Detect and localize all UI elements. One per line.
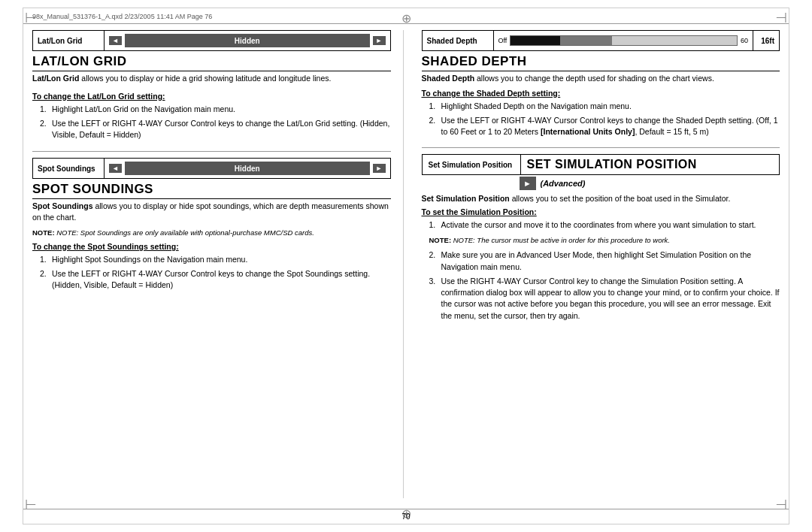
shaded-depth-value: 16ft bbox=[753, 31, 779, 50]
shaded-depth-title: SHADED DEPTH bbox=[422, 54, 780, 71]
spot-soundings-widget-control[interactable]: ◄ Hidden ► bbox=[105, 159, 390, 178]
shaded-depth-widget: Shaded Depth Off 60 16ft bbox=[422, 30, 780, 51]
file-info: 98x_Manual_531376-1_A.qxd 2/23/2005 11:4… bbox=[32, 13, 212, 20]
spot-soundings-steps: Highlight Spot Soundings on the Navigati… bbox=[32, 254, 391, 292]
page-footer: 70 bbox=[23, 509, 789, 524]
spot-soundings-section: Spot Soundings ◄ Hidden ► SPOT SOUNDINGS bbox=[32, 158, 391, 291]
sim-title-area: SET SIMULATION POSITION bbox=[520, 155, 780, 174]
sim-arrow-icon: ► bbox=[523, 179, 532, 188]
shaded-depth-change-heading: To change the Shaded Depth setting: bbox=[422, 89, 780, 98]
shaded-depth-widget-label: Shaded Depth bbox=[423, 31, 494, 50]
left-column: Lat/Lon Grid ◄ Hidden ► LAT/LON GRID bbox=[32, 30, 404, 498]
sim-position-title: SET SIMULATION POSITION bbox=[527, 158, 697, 171]
shaded-depth-steps: Highlight Shaded Depth on the Navigation… bbox=[422, 101, 780, 138]
depth-slider-bar[interactable] bbox=[510, 35, 738, 46]
corner-mark-tr: ⊢ bbox=[775, 10, 787, 26]
right-divider bbox=[422, 147, 780, 148]
shaded-depth-section: Shaded Depth Off 60 16ft SHADED DEPTH Sh… bbox=[422, 30, 780, 137]
shaded-depth-slider[interactable]: Off 60 bbox=[494, 31, 753, 50]
slider-off-label: Off bbox=[498, 37, 508, 44]
spot-soundings-title: SPOT SOUNDINGS bbox=[32, 182, 391, 199]
sim-position-label: Set Simulation Position bbox=[423, 155, 520, 174]
sim-advanced-label: (Advanced) bbox=[541, 179, 586, 188]
spot-soundings-widget: Spot Soundings ◄ Hidden ► bbox=[32, 158, 391, 179]
sim-steps: Activate the cursor and move it to the c… bbox=[422, 219, 780, 231]
right-column: Shaded Depth Off 60 16ft SHADED DEPTH Sh… bbox=[419, 30, 780, 498]
lat-lon-title: LAT/LON GRID bbox=[32, 54, 391, 71]
sim-widget-row: Set Simulation Position SET SIMULATION P… bbox=[422, 154, 780, 175]
top-crosshair: ⊕ bbox=[401, 11, 411, 26]
sim-advanced-row: ► (Advanced) bbox=[422, 175, 780, 193]
spot-soundings-change-heading: To change the Spot Soundings setting: bbox=[32, 242, 391, 251]
spot-soundings-note: NOTE: NOTE: Spot Soundings are only avai… bbox=[32, 228, 391, 237]
lat-lon-widget: Lat/Lon Grid ◄ Hidden ► bbox=[32, 30, 391, 51]
spot-arrow-left[interactable]: ◄ bbox=[109, 164, 122, 173]
page-container: ⊢ ⊢ ⊢ ⊢ ⊕ ⊕ 98x_Manual_531376-1_A.qxd 2/… bbox=[23, 8, 789, 524]
sim-steps-2-3: Make sure you are in Advanced User Mode,… bbox=[422, 249, 780, 321]
corner-mark-tl: ⊢ bbox=[25, 10, 37, 26]
lat-lon-section: Lat/Lon Grid ◄ Hidden ► LAT/LON GRID bbox=[32, 30, 391, 141]
lat-lon-arrow-left[interactable]: ◄ bbox=[109, 36, 122, 45]
sim-change-heading: To set the Simulation Position: bbox=[422, 207, 780, 216]
sim-arrow-box[interactable]: ► bbox=[520, 177, 536, 190]
spot-soundings-widget-label: Spot Soundings bbox=[33, 159, 105, 178]
lat-lon-hidden-label: Hidden bbox=[235, 37, 260, 45]
lat-lon-widget-control[interactable]: ◄ Hidden ► bbox=[105, 31, 390, 50]
sim-note: NOTE: NOTE: The cursor must be active in… bbox=[422, 235, 780, 245]
sim-intro: Set Simulation Position allows you to se… bbox=[422, 193, 780, 204]
spot-arrow-right[interactable]: ► bbox=[373, 164, 386, 173]
lat-lon-steps: Highlight Lat/Lon Grid on the Navigation… bbox=[32, 104, 391, 141]
slider-60-label: 60 bbox=[741, 37, 748, 44]
page-number: 70 bbox=[401, 512, 410, 521]
lat-lon-change-heading: To change the Lat/Lon Grid setting: bbox=[32, 92, 391, 101]
shaded-depth-intro: Shaded Depth allows you to change the de… bbox=[422, 73, 780, 84]
content-area: Lat/Lon Grid ◄ Hidden ► LAT/LON GRID bbox=[23, 24, 789, 498]
lat-lon-widget-label: Lat/Lon Grid bbox=[33, 31, 105, 50]
spot-hidden-label: Hidden bbox=[235, 165, 260, 173]
lat-lon-arrow-right[interactable]: ► bbox=[373, 36, 386, 45]
sim-position-section: Set Simulation Position SET SIMULATION P… bbox=[422, 154, 780, 322]
lat-lon-intro: Lat/Lon Grid allows you to display or hi… bbox=[32, 73, 391, 84]
spot-soundings-intro: Spot Soundings allows you to display or … bbox=[32, 201, 391, 222]
left-divider bbox=[32, 151, 391, 152]
